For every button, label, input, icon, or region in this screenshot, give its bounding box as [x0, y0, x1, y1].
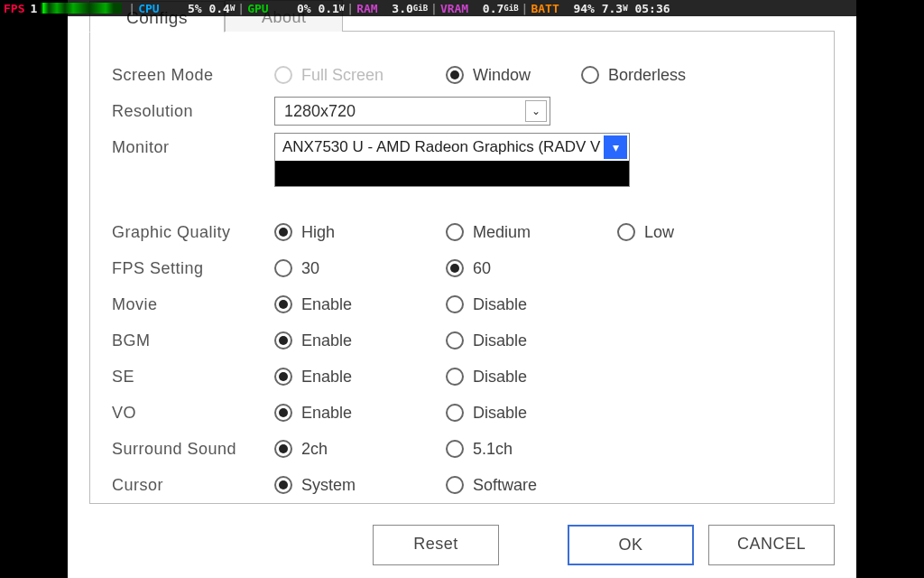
- radio-window[interactable]: Window: [446, 66, 581, 85]
- label-resolution: Resolution: [112, 102, 274, 121]
- radio-icon: [446, 331, 464, 350]
- radio-se-disable[interactable]: Disable: [446, 368, 617, 387]
- overlay-cpu-watts: 0.4: [208, 2, 229, 15]
- radio-icon: [446, 440, 464, 458]
- radio-icon: [581, 66, 599, 84]
- resolution-dropdown[interactable]: 1280x720 ⌄: [274, 97, 550, 126]
- label-screen-mode: Screen Mode: [112, 66, 274, 85]
- label-se: SE: [112, 368, 274, 387]
- config-window: Configs About Screen Mode Full Screen Wi…: [68, 0, 856, 578]
- radio-cursor-system[interactable]: System: [274, 476, 446, 495]
- radio-icon: [274, 331, 292, 350]
- cancel-button[interactable]: CANCEL: [708, 525, 835, 565]
- radio-icon: [446, 404, 464, 422]
- chevron-down-icon: ⌄: [525, 100, 547, 122]
- radio-vo-disable[interactable]: Disable: [446, 404, 617, 423]
- label-bgm: BGM: [112, 331, 274, 350]
- overlay-vram-value: 0.7: [483, 2, 504, 15]
- radio-icon: [274, 368, 292, 386]
- overlay-cpu-pct: 5%: [188, 2, 202, 15]
- label-vo: VO: [112, 404, 274, 423]
- radio-icon: [617, 223, 635, 241]
- resolution-value: 1280x720: [284, 102, 356, 121]
- overlay-ram-value: 3.0: [392, 2, 412, 15]
- overlay-time: 05:36: [634, 2, 670, 15]
- dialog-footer: Reset OK CANCEL: [68, 525, 856, 565]
- radio-icon: [274, 440, 292, 458]
- radio-se-enable[interactable]: Enable: [274, 368, 446, 387]
- radio-low[interactable]: Low: [617, 223, 789, 242]
- overlay-fps-label: FPS: [4, 2, 24, 15]
- radio-vo-enable[interactable]: Enable: [274, 404, 446, 423]
- overlay-graph: [41, 3, 122, 14]
- overlay-batt-pct: 94%: [573, 2, 594, 15]
- radio-icon: [446, 66, 464, 84]
- overlay-batt-label: BATT: [531, 2, 559, 15]
- monitor-value: ANX7530 U - AMD Radeon Graphics (RADV V: [282, 138, 600, 156]
- label-graphic-quality: Graphic Quality: [112, 223, 274, 242]
- radio-icon: [274, 295, 292, 313]
- radio-bgm-enable[interactable]: Enable: [274, 331, 446, 350]
- monitor-dropdown-list[interactable]: [275, 161, 629, 186]
- overlay-cpu-label: CPU: [138, 2, 159, 15]
- radio-icon: [274, 404, 292, 422]
- radio-cursor-software[interactable]: Software: [446, 476, 617, 495]
- radio-icon: [274, 66, 292, 84]
- reset-button[interactable]: Reset: [373, 525, 499, 565]
- chevron-down-icon[interactable]: ▾: [604, 135, 627, 159]
- config-panel: Screen Mode Full Screen Window Borderles…: [89, 31, 835, 504]
- overlay-gpu-watts: 0.1: [318, 2, 338, 15]
- radio-movie-enable[interactable]: Enable: [274, 295, 446, 314]
- overlay-batt-watts: 7.3: [602, 2, 623, 15]
- radio-icon: [274, 259, 292, 277]
- ok-button[interactable]: OK: [568, 525, 694, 565]
- overlay-vram-label: VRAM: [440, 2, 468, 15]
- label-cursor: Cursor: [112, 476, 274, 495]
- radio-icon: [274, 223, 292, 241]
- radio-icon: [446, 295, 464, 313]
- performance-overlay: FPS 1 | CPU 5% 0.4W | GPU 0% 0.1W | RAM …: [0, 0, 924, 16]
- radio-high[interactable]: High: [274, 223, 446, 242]
- radio-icon: [446, 368, 464, 386]
- radio-borderless[interactable]: Borderless: [581, 66, 753, 85]
- overlay-ram-label: RAM: [356, 2, 377, 15]
- radio-bgm-disable[interactable]: Disable: [446, 331, 617, 350]
- radio-icon: [274, 476, 292, 494]
- radio-icon: [446, 476, 464, 494]
- label-fps-setting: FPS Setting: [112, 259, 274, 278]
- radio-icon: [446, 259, 464, 277]
- radio-2ch[interactable]: 2ch: [274, 440, 446, 459]
- overlay-fps-value: 1: [30, 2, 37, 15]
- overlay-gpu-pct: 0%: [297, 2, 311, 15]
- radio-30fps[interactable]: 30: [274, 259, 446, 278]
- label-movie: Movie: [112, 295, 274, 314]
- radio-movie-disable[interactable]: Disable: [446, 295, 617, 314]
- radio-full-screen: Full Screen: [274, 66, 446, 85]
- overlay-gpu-label: GPU: [247, 2, 268, 15]
- monitor-dropdown[interactable]: ANX7530 U - AMD Radeon Graphics (RADV V …: [274, 133, 630, 187]
- label-monitor: Monitor: [112, 133, 274, 157]
- radio-51ch[interactable]: 5.1ch: [446, 440, 617, 459]
- label-surround: Surround Sound: [112, 440, 274, 459]
- radio-60fps[interactable]: 60: [446, 259, 617, 278]
- radio-medium[interactable]: Medium: [446, 223, 617, 242]
- radio-icon: [446, 223, 464, 241]
